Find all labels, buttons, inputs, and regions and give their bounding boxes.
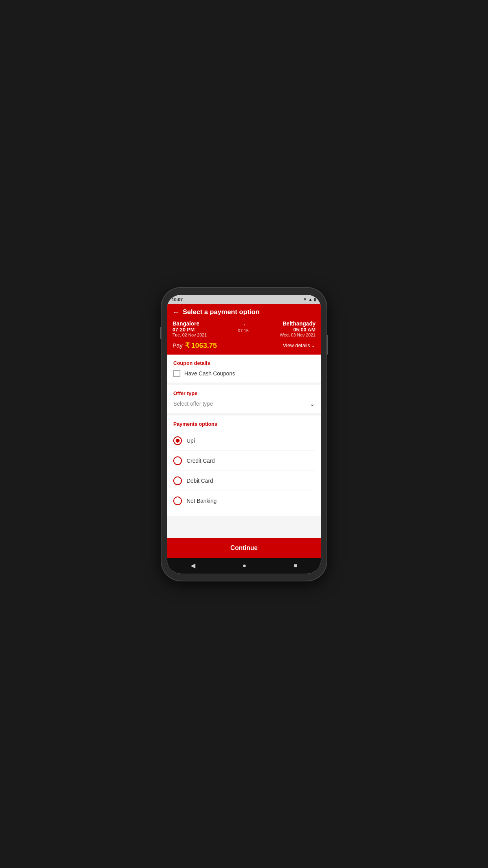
nav-bar: ◀ ● ■ [167,558,321,574]
coupon-checkbox-label: Have Cash Coupons [184,370,235,377]
side-button-right [327,335,328,355]
coupon-section-title: Coupon details [173,360,315,366]
radio-net-banking[interactable] [173,497,182,505]
status-bar: 10:07 ▼ ▲ ▮ [167,295,321,304]
route-duration: 07:15 [238,328,249,333]
route-arrow-icon: → [240,321,246,328]
view-details-button[interactable]: View details ⌄ [283,342,316,348]
payment-section: Payments options Upi Credit Card [167,416,321,516]
payment-label-debit-card: Debit Card [187,478,213,484]
pay-amount: ₹ 1063.75 [185,341,217,350]
offer-chevron-icon: ⌄ [310,400,315,408]
offer-placeholder: Select offer type [173,401,213,407]
route-row: Bangalore 07:20 PM Tue, 02 Nov 2021 → 07… [172,320,316,337]
payment-label-net-banking: Net Banking [187,498,216,504]
route-middle: → 07:15 [238,320,249,333]
page-title: Select a payment option [183,308,260,316]
coupon-checkbox[interactable] [173,370,180,377]
coupon-checkbox-row[interactable]: Have Cash Coupons [173,370,315,377]
to-time: 05:00 AM [280,327,316,333]
coupon-section: Coupon details Have Cash Coupons [167,355,321,383]
from-city: Bangalore [172,320,207,327]
pay-row: Pay ₹ 1063.75 View details ⌄ [172,341,316,350]
radio-upi[interactable] [173,436,182,445]
app-content: ← Select a payment option Bangalore 07:2… [167,304,321,574]
radio-credit-card[interactable] [173,456,182,465]
pay-label: Pay [172,342,183,349]
to-city: Belthangady [280,320,316,327]
battery-icon: ▮ [314,297,316,302]
payment-option-upi[interactable]: Upi [173,431,315,451]
from-date: Tue, 02 Nov 2021 [172,333,207,337]
radio-debit-card[interactable] [173,476,182,485]
scroll-content: Coupon details Have Cash Coupons Offer t… [167,355,321,538]
back-button[interactable]: ← [172,308,180,316]
nav-home-button[interactable]: ● [242,562,246,569]
phone-frame: 10:07 ▼ ▲ ▮ ← Select a payment option Ba… [161,288,327,581]
view-details-label: View details [283,342,310,348]
route-to: Belthangady 05:00 AM Wed, 03 Nov 2021 [280,320,316,337]
status-icons: ▼ ▲ ▮ [303,297,316,302]
status-time: 10:07 [172,297,183,302]
payment-label-upi: Upi [187,438,195,444]
side-button-left [160,327,161,339]
view-details-chevron: ⌄ [311,342,316,348]
to-date: Wed, 03 Nov 2021 [280,333,316,337]
payment-section-title: Payments options [173,421,315,427]
nav-back-button[interactable]: ◀ [191,562,195,569]
phone-screen: 10:07 ▼ ▲ ▮ ← Select a payment option Ba… [167,295,321,574]
signal-icon: ▼ [303,297,307,302]
nav-recents-button[interactable]: ■ [294,562,297,569]
route-from: Bangalore 07:20 PM Tue, 02 Nov 2021 [172,320,207,337]
radio-upi-inner [176,439,180,443]
from-time: 07:20 PM [172,327,207,333]
offer-section-title: Offer type [173,390,315,396]
payment-option-credit-card[interactable]: Credit Card [173,451,315,471]
continue-button[interactable]: Continue [167,538,321,558]
header: ← Select a payment option Bangalore 07:2… [167,304,321,355]
payment-option-net-banking[interactable]: Net Banking [173,491,315,511]
offer-section: Offer type Select offer type ⌄ [167,385,321,413]
pay-info: Pay ₹ 1063.75 [172,341,217,350]
header-top: ← Select a payment option [172,308,316,316]
payment-option-debit-card[interactable]: Debit Card [173,471,315,491]
wifi-icon: ▲ [308,297,312,302]
offer-select-dropdown[interactable]: Select offer type ⌄ [173,400,315,408]
payment-label-credit-card: Credit Card [187,458,215,464]
